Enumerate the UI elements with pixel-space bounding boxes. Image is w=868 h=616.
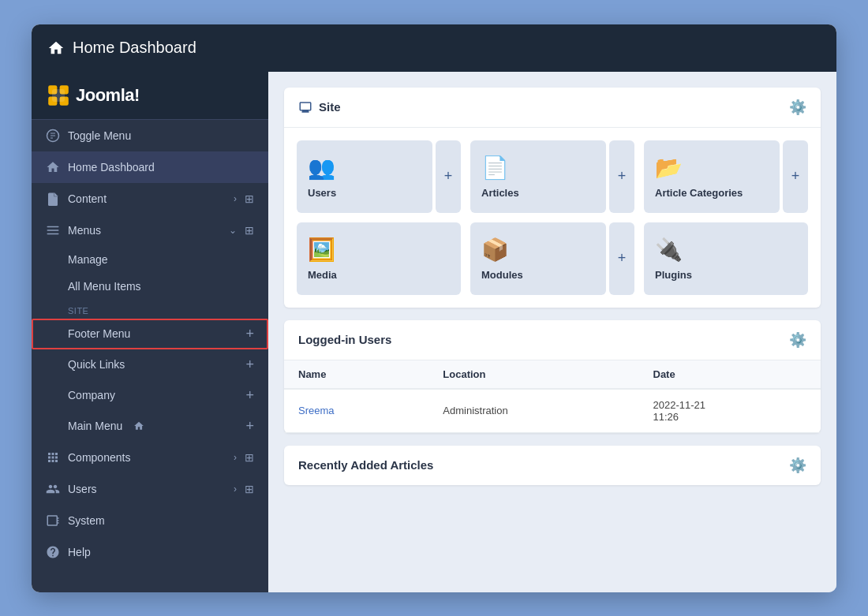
- sidebar-item-main-menu[interactable]: Main Menu +: [32, 411, 268, 442]
- site-panel-header: Site ⚙️: [284, 88, 821, 128]
- sidebar-item-toggle-menu[interactable]: Toggle Menu: [32, 120, 268, 151]
- media-card-label: Media: [308, 269, 337, 281]
- users-label: Users: [68, 483, 226, 495]
- recently-added-panel: Recently Added Articles ⚙️: [284, 446, 821, 485]
- articles-card[interactable]: 📄 Articles: [470, 140, 606, 213]
- sidebar-logo: Joomla!: [32, 72, 268, 120]
- site-panel-gear[interactable]: ⚙️: [789, 99, 806, 116]
- col-name: Name: [284, 360, 428, 389]
- users-chevron: ›: [234, 483, 237, 495]
- user-date-cell: 2022-11-21 11:26: [639, 389, 821, 433]
- content-chevron: ›: [234, 193, 237, 204]
- plugins-card[interactable]: 🔌 Plugins: [644, 222, 808, 295]
- company-plus[interactable]: +: [245, 387, 254, 404]
- components-label: Components: [68, 451, 226, 464]
- logged-in-users-title: Logged-in Users: [298, 333, 391, 346]
- main-menu-label: Main Menu: [68, 420, 122, 432]
- app-window: Home Dashboard Joomla!: [32, 24, 836, 592]
- article-categories-card-icon: 📂: [655, 155, 683, 181]
- article-categories-card[interactable]: 📂 Article Categories: [644, 140, 780, 213]
- system-label: System: [68, 514, 254, 527]
- plugins-card-icon: 🔌: [655, 237, 683, 263]
- home-dashboard-label: Home Dashboard: [68, 161, 254, 174]
- page-title-text: Home Dashboard: [73, 39, 196, 57]
- site-panel-title: Site: [298, 100, 341, 114]
- home-sidebar-icon: [46, 160, 60, 174]
- articles-card-plus[interactable]: +: [609, 140, 634, 213]
- sidebar-item-company[interactable]: Company +: [32, 380, 268, 411]
- table-row: Sreema Administration 2022-11-21 11:26: [284, 389, 821, 433]
- users-icon: [46, 482, 60, 496]
- menus-chevron-down: ⌄: [229, 225, 237, 236]
- article-categories-card-plus[interactable]: +: [783, 140, 808, 213]
- sidebar-section-site: Site: [32, 300, 268, 319]
- joomla-logo-icon: [46, 83, 71, 108]
- user-name-cell: Sreema: [284, 389, 428, 433]
- content-icon: [46, 192, 60, 206]
- media-card-icon: 🖼️: [308, 237, 335, 263]
- logged-in-users-header: Logged-in Users ⚙️: [284, 320, 821, 360]
- content-grid-icon: ⊞: [245, 192, 254, 205]
- users-card-wrapper: 👥 Users +: [297, 140, 461, 213]
- system-icon: [46, 513, 60, 528]
- media-card[interactable]: 🖼️ Media: [297, 222, 461, 295]
- sidebar-item-quick-links[interactable]: Quick Links +: [32, 349, 268, 380]
- sidebar-item-home-dashboard[interactable]: Home Dashboard: [32, 151, 268, 183]
- menus-label: Menus: [68, 224, 221, 237]
- quick-links-plus[interactable]: +: [245, 357, 254, 373]
- plugins-card-label: Plugins: [655, 269, 692, 281]
- users-card-icon: 👥: [308, 155, 335, 181]
- sidebar-item-menus[interactable]: Menus ⌄ ⊞: [32, 215, 268, 246]
- sidebar-item-all-menu-items[interactable]: All Menu Items: [32, 273, 268, 300]
- article-categories-card-label: Article Categories: [655, 187, 743, 199]
- users-card[interactable]: 👥 Users: [297, 140, 432, 213]
- svg-rect-4: [52, 89, 65, 102]
- joomla-logo: Joomla!: [46, 83, 140, 108]
- components-grid-icon: ⊞: [245, 451, 254, 464]
- logged-in-users-panel: Logged-in Users ⚙️ Name Location Date: [284, 320, 821, 433]
- sidebar: Joomla! Toggle Menu Home Dashboard: [32, 72, 268, 592]
- monitor-icon: [298, 100, 312, 114]
- components-chevron: ›: [234, 452, 237, 463]
- users-table: Name Location Date Sreema Administration…: [284, 360, 821, 433]
- modules-card-icon: 📦: [481, 237, 509, 263]
- user-location-cell: Administration: [428, 389, 638, 433]
- site-panel: Site ⚙️ 👥 Users +: [284, 88, 821, 308]
- sidebar-item-system[interactable]: System: [32, 505, 268, 536]
- articles-card-icon: 📄: [481, 155, 509, 181]
- sidebar-item-users[interactable]: Users › ⊞: [32, 473, 268, 505]
- main-layout: Joomla! Toggle Menu Home Dashboard: [32, 72, 836, 592]
- users-grid-icon: ⊞: [245, 483, 254, 495]
- sidebar-item-content[interactable]: Content › ⊞: [32, 183, 268, 215]
- footer-menu-plus[interactable]: +: [245, 326, 254, 342]
- menus-icon: [46, 223, 60, 237]
- col-location: Location: [428, 360, 638, 389]
- col-date: Date: [639, 360, 821, 389]
- users-table-header-row: Name Location Date: [284, 360, 821, 389]
- company-label: Company: [68, 389, 115, 401]
- logged-in-users-gear[interactable]: ⚙️: [789, 331, 806, 349]
- manage-label: Manage: [68, 253, 108, 266]
- modules-card-wrapper: 📦 Modules +: [470, 222, 634, 295]
- home-icon: [47, 39, 65, 57]
- all-menu-items-label: All Menu Items: [68, 280, 141, 293]
- logged-in-users-title-text: Logged-in Users: [298, 333, 391, 346]
- sidebar-item-footer-menu[interactable]: Footer Menu +: [32, 319, 268, 349]
- media-card-wrapper: 🖼️ Media: [297, 222, 461, 295]
- content-label: Content: [68, 192, 226, 205]
- recently-added-gear[interactable]: ⚙️: [789, 457, 806, 474]
- modules-card[interactable]: 📦 Modules: [470, 222, 606, 295]
- sidebar-item-components[interactable]: Components › ⊞: [32, 442, 268, 473]
- users-card-plus[interactable]: +: [436, 140, 461, 213]
- user-name-link[interactable]: Sreema: [298, 405, 335, 416]
- main-menu-plus[interactable]: +: [245, 418, 254, 435]
- site-panel-title-text: Site: [319, 100, 341, 114]
- help-label: Help: [68, 546, 254, 558]
- sidebar-item-manage[interactable]: Manage: [32, 246, 268, 273]
- sidebar-item-help[interactable]: Help: [32, 536, 268, 568]
- page-title: Home Dashboard: [47, 39, 196, 57]
- plugins-card-wrapper: 🔌 Plugins: [644, 222, 808, 295]
- modules-card-plus[interactable]: +: [609, 222, 634, 295]
- modules-card-label: Modules: [481, 269, 523, 281]
- articles-card-wrapper: 📄 Articles +: [470, 140, 634, 213]
